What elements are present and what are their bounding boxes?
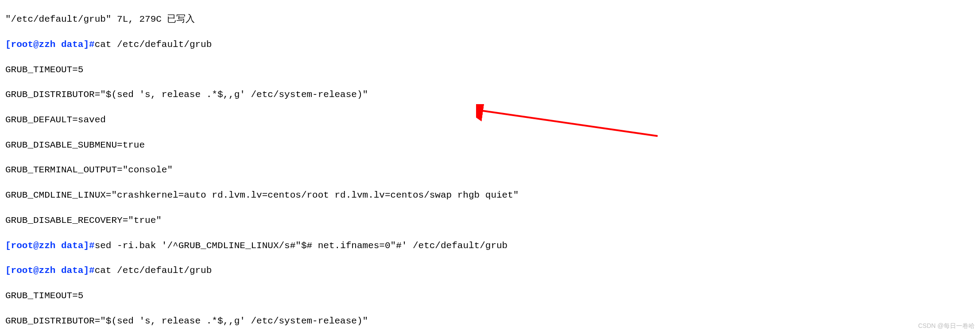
watermark-text: CSDN @每日一卷哈 [918,322,975,330]
vim-write-status: "/etc/default/grub" 7L, 279C 已写入 [5,13,975,26]
command-cat-grub-2: cat /etc/default/grub [95,265,212,276]
shell-prompt: [root@zzh data]# [5,265,95,276]
output-line: GRUB_TERMINAL_OUTPUT="console" [5,164,975,176]
command-sed-modify: sed -ri.bak '/^GRUB_CMDLINE_LINUX/s#"$# … [95,241,508,251]
command-cat-grub-1: cat /etc/default/grub [95,39,212,50]
shell-prompt: [root@zzh data]# [5,39,95,50]
output-line: GRUB_DISTRIBUTOR="$(sed 's, release .*$,… [5,315,975,327]
output-line: GRUB_DISABLE_RECOVERY="true" [5,214,975,227]
terminal-window[interactable]: "/etc/default/grub" 7L, 279C 已写入 [root@z… [0,0,980,331]
output-line: GRUB_TIMEOUT=5 [5,290,975,302]
shell-prompt: [root@zzh data]# [5,241,95,251]
output-line: GRUB_DISABLE_SUBMENU=true [5,139,975,152]
output-line: GRUB_DISTRIBUTOR="$(sed 's, release .*$,… [5,89,975,101]
output-line: GRUB_CMDLINE_LINUX="crashkernel=auto rd.… [5,189,975,202]
output-line: GRUB_DEFAULT=saved [5,114,975,126]
output-line: GRUB_TIMEOUT=5 [5,64,975,76]
